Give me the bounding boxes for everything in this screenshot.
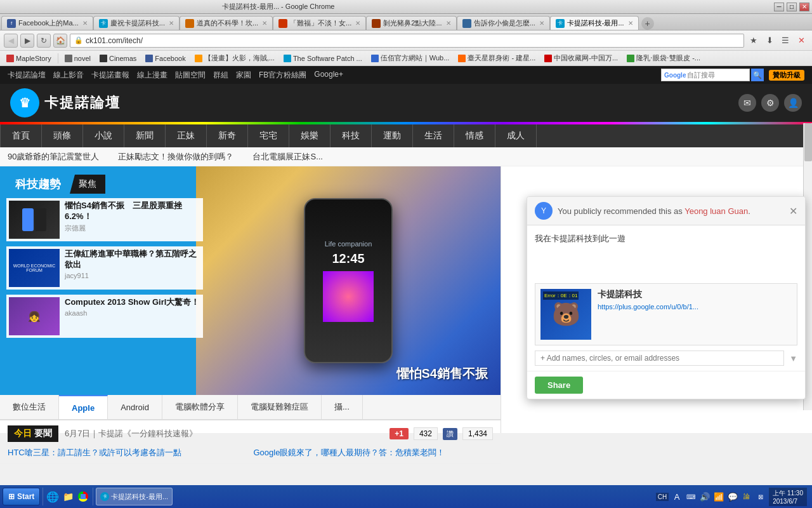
systray-ime-icon[interactable]: A (671, 491, 683, 502)
bookmark-maplestory[interactable]: MapleStory (3, 52, 55, 65)
browser-tab-active[interactable]: 卡 卡提諾科技-最用... ✕ (550, 16, 639, 30)
news-headline-3[interactable]: Computex 2013 Show Girl大驚奇！ (65, 297, 200, 308)
cat-tab-android[interactable]: Android (108, 395, 162, 419)
bookmarks-star-icon[interactable]: ★ (747, 34, 761, 48)
tab-close-science[interactable]: ✕ (262, 20, 267, 27)
browser-tab-nanfu[interactable]: 「難福」不淡！女... ✕ (273, 16, 366, 30)
chrome-settings-icon[interactable]: ✕ (794, 34, 808, 48)
nav-babe[interactable]: 正妹 (166, 124, 207, 147)
systray-volume-icon[interactable]: 🔊 (699, 491, 710, 502)
cat-tab-more[interactable]: 攝... (322, 395, 363, 419)
overlay-card-url[interactable]: https://plus.google.com/u/0/b/1... (598, 303, 792, 311)
tab-close-facebook[interactable]: ✕ (82, 20, 88, 27)
topbar-link-sticker[interactable]: 貼圖空間 (175, 70, 206, 81)
browser-tab-science[interactable]: 道真的不科學！坎... ✕ (180, 16, 273, 30)
nav-headlines[interactable]: 頭條 (42, 124, 83, 147)
topbar-link-groups[interactable]: 群組 (213, 70, 228, 81)
address-url[interactable]: ck101.com/itech/ (86, 36, 143, 45)
close-button[interactable]: ✕ (799, 3, 809, 11)
overlay-share-to[interactable]: ▼ (535, 351, 797, 366)
tab-close-nanfu[interactable]: ✕ (355, 20, 360, 27)
browser-tab-pig[interactable]: 剝光豬鼻2點大陸... ✕ (366, 16, 456, 30)
logo-search-area[interactable]: ✉ ⚙ 👤 (738, 94, 802, 112)
browser-tab-thief[interactable]: 告訴你小偷是怎麼... ✕ (457, 16, 550, 30)
search-box[interactable]: Google (661, 69, 750, 81)
nav-sports[interactable]: 運動 (372, 124, 413, 147)
systray-keyboard-icon[interactable]: ⌨ (685, 491, 697, 502)
forward-button[interactable]: ▶ (20, 34, 34, 48)
ticker-item-2[interactable]: 正妹勵志文！換做你做的到嗎？ (118, 151, 233, 163)
bookmark-china[interactable]: 中国收藏网-中国万... (540, 52, 622, 65)
new-tab-button[interactable]: + (641, 17, 654, 30)
taskbar-chrome-icon[interactable] (76, 490, 90, 504)
overlay-close-button[interactable]: ✕ (789, 205, 797, 217)
topbar-link-video[interactable]: 線上影音 (53, 70, 84, 81)
topbar-link-fbfan[interactable]: FB官方粉絲團 (259, 70, 306, 81)
article-link-text-2[interactable]: Google眼鏡來了，哪種人最期待？答：危積業老闆！ (254, 448, 445, 457)
search-button[interactable]: 🔍 (751, 69, 764, 81)
scroll-thumb[interactable] (804, 123, 812, 161)
refresh-button[interactable]: ↻ (37, 34, 51, 48)
menu-icon[interactable]: ☰ (778, 34, 792, 48)
cat-tab-troubleshoot[interactable]: 電腦疑難雜症區 (238, 395, 322, 419)
cat-tab-software[interactable]: 電腦軟體分享 (162, 395, 238, 419)
bookmark-softwarepatch[interactable]: The Software Patch ... (280, 52, 366, 65)
settings-icon[interactable]: ⚙ (761, 94, 779, 112)
bookmark-wub[interactable]: 伍佰官方網站｜Wub... (367, 52, 454, 65)
nav-nerd[interactable]: 宅宅 (248, 124, 289, 147)
nav-entertainment[interactable]: 娛樂 (289, 124, 331, 147)
upgrade-button[interactable]: 贊助升級 (769, 70, 804, 81)
address-bar[interactable]: 🔒 ck101.com/itech/ (70, 34, 744, 48)
overlay-rec-name[interactable]: Yeong luan Guan (684, 206, 748, 216)
article-link-text-1[interactable]: HTC嗆三星：請工請生？或許可以考慮各請一點 (8, 448, 181, 457)
topbar-link-home[interactable]: 家園 (236, 70, 251, 81)
news-headline-1[interactable]: 懼怕S4銷售不振 三星股票重挫6.2%！ (65, 201, 200, 222)
article-link-1[interactable]: HTC嗆三星：請工請生？或許可以考慮各請一點 (8, 447, 247, 458)
site-logo-circle[interactable]: ♛ (10, 88, 39, 117)
user-icon[interactable]: 👤 (784, 94, 802, 112)
minimize-button[interactable]: ─ (774, 3, 784, 11)
browser-tab-facebook[interactable]: f Facebook上的Ma... ✕ (1, 16, 93, 30)
nav-emotion[interactable]: 情感 (454, 124, 495, 147)
dropdown-arrow-icon[interactable]: ▼ (789, 354, 797, 363)
browser-tab-celebrate[interactable]: 卡 慶祝卡提諾科技... ✕ (93, 16, 180, 30)
share-button[interactable]: Share (535, 377, 583, 394)
search-input[interactable] (687, 71, 738, 79)
tab-close-pig[interactable]: ✕ (446, 20, 451, 27)
cat-tab-digital[interactable]: 數位生活 (0, 395, 59, 419)
nav-odd[interactable]: 新奇 (207, 124, 248, 147)
taskbar-ie-icon[interactable]: 🌐 (46, 490, 60, 504)
start-button[interactable]: ⊞ Start (3, 488, 40, 505)
home-button[interactable]: 🏠 (53, 34, 67, 48)
systray-chat-icon[interactable]: 💬 (727, 491, 738, 502)
nav-news[interactable]: 新聞 (124, 124, 166, 147)
news-headline-2[interactable]: 王偉紅將進軍中華職棒？第五階呼之欲出 (65, 249, 200, 271)
cat-tab-apple[interactable]: Apple (59, 395, 108, 419)
overlay-textarea[interactable]: 我在卡提諾科技到此一遊 (527, 225, 805, 276)
bookmark-anime[interactable]: 【漫畫】火影，海賊,... (191, 52, 278, 65)
search-container[interactable]: Google 🔍 (661, 69, 764, 81)
gplus-button[interactable]: +1 (390, 428, 409, 439)
mail-icon[interactable]: ✉ (738, 94, 756, 112)
bookmark-facebook[interactable]: Facebook (141, 52, 189, 65)
maximize-button[interactable]: □ (787, 3, 797, 11)
tab-close-active[interactable]: ✕ (628, 20, 633, 27)
bookmark-novel[interactable]: novel (61, 52, 95, 65)
bookmark-beauty[interactable]: 隆乳‧眼袋‧雙眼皮 -... (623, 52, 704, 65)
systray-forum-icon[interactable]: 論 (741, 491, 752, 502)
topbar-link-comics[interactable]: 線上漫畫 (137, 70, 167, 81)
ticker-item-3[interactable]: 台北電腦展正妹S... (252, 151, 323, 163)
article-link-2[interactable]: Google眼鏡來了，哪種人最期待？答：危積業老闆！ (254, 447, 494, 458)
share-to-input[interactable] (535, 351, 784, 366)
nav-home[interactable]: 首頁 (0, 124, 42, 147)
taskbar-active-window[interactable]: 卡 卡提諾科技-最用... (96, 488, 173, 505)
topbar-link-forum[interactable]: 卡提諾論壇 (8, 70, 46, 81)
topbar-link-gallery[interactable]: 卡提諾畫報 (91, 70, 129, 81)
tab-close-thief[interactable]: ✕ (539, 20, 544, 27)
nav-adult[interactable]: 成人 (495, 124, 537, 147)
window-controls[interactable]: ─ □ ✕ (774, 3, 809, 11)
facebook-like-button[interactable]: 讚 (443, 428, 457, 440)
tab-close-celebrate[interactable]: ✕ (169, 20, 174, 27)
nav-tech[interactable]: 科技 (331, 124, 372, 147)
taskbar-folder-icon[interactable]: 📁 (61, 490, 75, 504)
